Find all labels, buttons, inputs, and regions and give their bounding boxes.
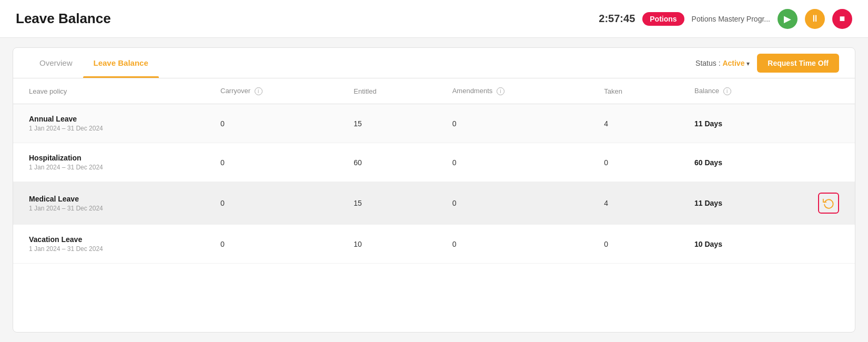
balance-value: 11 Days bbox=[694, 119, 722, 128]
tabs-row: Overview Leave Balance Status : Active ▾… bbox=[13, 48, 855, 78]
col-balance: Balance i bbox=[679, 78, 802, 104]
balance-info-icon[interactable]: i bbox=[723, 87, 731, 95]
col-entitled: Entitled bbox=[338, 78, 436, 104]
policy-date: 1 Jan 2024 – 31 Dec 2024 bbox=[29, 245, 189, 253]
col-carryover: Carryover i bbox=[205, 78, 338, 104]
cell-policy-medical-leave: Medical Leave 1 Jan 2024 – 31 Dec 2024 bbox=[13, 182, 205, 225]
cell-balance-vacation-leave: 10 Days bbox=[679, 225, 802, 264]
status-label: Status : Active ▾ bbox=[695, 59, 750, 67]
cell-entitled-vacation-leave: 10 bbox=[338, 225, 436, 264]
tabs-right: Status : Active ▾ Request Time Off bbox=[695, 54, 839, 73]
app-container: Leave Balance 2:57:45 Potions Potions Ma… bbox=[0, 0, 868, 342]
play-button[interactable]: ▶ bbox=[778, 9, 798, 29]
col-leave-policy: Leave policy bbox=[13, 78, 205, 104]
tab-overview[interactable]: Overview bbox=[29, 48, 83, 78]
header-right: 2:57:45 Potions Potions Mastery Progr...… bbox=[599, 9, 852, 29]
cell-action-medical-leave bbox=[802, 182, 855, 225]
cell-entitled-hospitalization: 60 bbox=[338, 143, 436, 182]
policy-name: Hospitalization bbox=[29, 154, 189, 162]
cell-action-vacation-leave bbox=[802, 225, 855, 264]
cell-balance-hospitalization: 60 Days bbox=[679, 143, 802, 182]
request-time-off-button[interactable]: Request Time Off bbox=[757, 54, 839, 73]
pause-button[interactable]: ⏸ bbox=[805, 9, 825, 29]
cell-amendments-medical-leave: 0 bbox=[437, 182, 589, 225]
program-name: Potions Mastery Progr... bbox=[692, 15, 770, 23]
content-card: Overview Leave Balance Status : Active ▾… bbox=[13, 47, 855, 333]
carryover-info-icon[interactable]: i bbox=[255, 87, 263, 95]
timer: 2:57:45 bbox=[599, 13, 635, 25]
col-amendments: Amendments i bbox=[437, 78, 589, 104]
policy-date: 1 Jan 2024 – 31 Dec 2024 bbox=[29, 205, 189, 212]
status-chevron-icon[interactable]: ▾ bbox=[746, 60, 750, 67]
balance-value: 10 Days bbox=[694, 240, 722, 248]
subject-badge: Potions bbox=[642, 12, 684, 26]
table-header: Leave policy Carryover i Entitled Amendm… bbox=[13, 78, 855, 104]
table-body: Annual Leave 1 Jan 2024 – 31 Dec 2024 0 … bbox=[13, 104, 855, 264]
col-action bbox=[802, 78, 855, 104]
cell-policy-hospitalization: Hospitalization 1 Jan 2024 – 31 Dec 2024 bbox=[13, 143, 205, 182]
cell-carryover-annual-leave: 0 bbox=[205, 104, 338, 143]
tab-leave-balance[interactable]: Leave Balance bbox=[83, 48, 159, 78]
cell-carryover-vacation-leave: 0 bbox=[205, 225, 338, 264]
cell-taken-hospitalization: 0 bbox=[588, 143, 679, 182]
cell-balance-annual-leave: 11 Days bbox=[679, 104, 802, 143]
cell-carryover-medical-leave: 0 bbox=[205, 182, 338, 225]
policy-date: 1 Jan 2024 – 31 Dec 2024 bbox=[29, 164, 189, 171]
policy-name: Medical Leave bbox=[29, 195, 189, 203]
balance-value: 11 Days bbox=[694, 199, 722, 207]
cell-action-hospitalization bbox=[802, 143, 855, 182]
amendments-info-icon[interactable]: i bbox=[497, 87, 504, 95]
cell-amendments-annual-leave: 0 bbox=[437, 104, 589, 143]
policy-name: Annual Leave bbox=[29, 115, 189, 123]
cell-entitled-annual-leave: 15 bbox=[338, 104, 436, 143]
cell-amendments-hospitalization: 0 bbox=[437, 143, 589, 182]
stop-button[interactable]: ■ bbox=[832, 9, 852, 29]
cell-policy-vacation-leave: Vacation Leave 1 Jan 2024 – 31 Dec 2024 bbox=[13, 225, 205, 264]
cell-entitled-medical-leave: 15 bbox=[338, 182, 436, 225]
policy-name: Vacation Leave bbox=[29, 235, 189, 244]
cell-carryover-hospitalization: 0 bbox=[205, 143, 338, 182]
table-row: Medical Leave 1 Jan 2024 – 31 Dec 2024 0… bbox=[13, 182, 855, 225]
table-row: Hospitalization 1 Jan 2024 – 31 Dec 2024… bbox=[13, 143, 855, 182]
header: Leave Balance 2:57:45 Potions Potions Ma… bbox=[0, 0, 868, 38]
cell-balance-medical-leave: 11 Days bbox=[679, 182, 802, 225]
table-row: Annual Leave 1 Jan 2024 – 31 Dec 2024 0 … bbox=[13, 104, 855, 143]
balance-value: 60 Days bbox=[694, 158, 722, 167]
cell-taken-vacation-leave: 0 bbox=[588, 225, 679, 264]
cell-policy-annual-leave: Annual Leave 1 Jan 2024 – 31 Dec 2024 bbox=[13, 104, 205, 143]
page-title: Leave Balance bbox=[16, 11, 111, 27]
cell-taken-medical-leave: 4 bbox=[588, 182, 679, 225]
col-taken: Taken bbox=[588, 78, 679, 104]
status-value: Active bbox=[722, 59, 744, 67]
leave-balance-table: Leave policy Carryover i Entitled Amendm… bbox=[13, 78, 855, 264]
cell-action-annual-leave bbox=[802, 104, 855, 143]
policy-date: 1 Jan 2024 – 31 Dec 2024 bbox=[29, 125, 189, 132]
table-row: Vacation Leave 1 Jan 2024 – 31 Dec 2024 … bbox=[13, 225, 855, 264]
cell-taken-annual-leave: 4 bbox=[588, 104, 679, 143]
leave-balance-table-container: Leave policy Carryover i Entitled Amendm… bbox=[13, 78, 855, 332]
tab-list: Overview Leave Balance bbox=[29, 48, 159, 78]
cell-amendments-vacation-leave: 0 bbox=[437, 225, 589, 264]
history-icon-button[interactable] bbox=[818, 193, 839, 214]
